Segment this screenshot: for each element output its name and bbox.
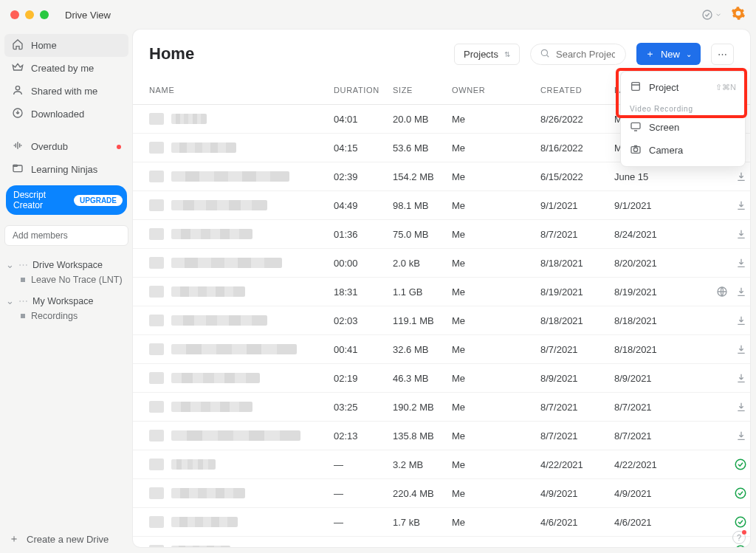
cell-size: 220.4 MB — [393, 488, 452, 499]
dropdown-item-project[interactable]: Project ⇧⌘N — [621, 76, 745, 99]
download-icon[interactable] — [735, 171, 747, 182]
table-row[interactable]: 01:36 75.0 MB Me 8/7/2021 8/24/2021 — [133, 220, 750, 249]
cell-last-opened: 9/1/2021 — [614, 200, 695, 211]
table-row[interactable]: 02:19 46.3 MB Me 8/9/2021 8/9/2021 — [133, 364, 750, 393]
cell-duration: 18:31 — [334, 286, 393, 298]
row-actions — [695, 286, 747, 298]
projects-filter-button[interactable]: Projects ⇅ — [454, 44, 520, 65]
row-actions — [695, 401, 747, 413]
cell-name — [149, 401, 334, 413]
zoom-window-button[interactable] — [40, 10, 49, 19]
download-icon[interactable] — [735, 372, 747, 384]
add-members-button[interactable]: Add members — [4, 225, 128, 246]
download-icon[interactable] — [735, 228, 747, 240]
row-actions — [695, 257, 747, 269]
cell-duration: — — [334, 459, 393, 470]
sidebar-item-learning-ninjas[interactable]: Learning Ninjas — [4, 158, 128, 181]
upgrade-pill[interactable]: UPGRADE — [74, 195, 123, 206]
table-row[interactable]: 18:31 1.1 GB Me 8/19/2021 8/19/2021 — [133, 278, 750, 306]
table-row[interactable]: — 3.2 MB Me 4/22/2021 4/22/2021 — [133, 450, 750, 479]
sidebar: Home Created by me Shared with me Downlo… — [0, 30, 133, 553]
window-controls — [10, 10, 49, 19]
cell-duration: 04:01 — [334, 114, 393, 125]
download-icon[interactable] — [735, 401, 747, 413]
svg-rect-11 — [632, 83, 640, 91]
window-titlebar: Drive View — [0, 0, 756, 30]
minimize-window-button[interactable] — [25, 10, 34, 19]
workspace-my-workspace[interactable]: ⌄ ⋯ My Workspace — [4, 292, 128, 309]
cell-owner: Me — [452, 459, 540, 470]
download-icon[interactable] — [735, 315, 747, 326]
table-row[interactable]: 00:41 32.6 MB Me 8/7/2021 8/18/2021 — [133, 335, 750, 364]
dropdown-item-screen[interactable]: Screen — [621, 116, 745, 139]
cell-owner: Me — [452, 344, 540, 355]
project-thumb — [149, 545, 164, 547]
cell-name — [149, 458, 334, 470]
col-created[interactable]: Created — [540, 86, 614, 95]
col-name[interactable]: Name — [149, 86, 334, 95]
project-name-redacted — [171, 171, 289, 182]
cell-last-opened: 8/7/2021 — [614, 402, 695, 413]
row-actions — [695, 515, 747, 529]
cell-created: 8/26/2022 — [540, 114, 614, 125]
table-row[interactable]: — 199.4 kB Me 12/30/2020 12/30/2020 — [133, 537, 750, 547]
row-actions — [695, 343, 747, 355]
sidebar-item-overdub[interactable]: Overdub — [4, 135, 128, 158]
help-button[interactable]: ? — [732, 531, 746, 544]
close-window-button[interactable] — [10, 10, 19, 19]
row-actions — [695, 228, 747, 240]
download-icon[interactable] — [735, 286, 747, 298]
cell-last-opened: 8/9/2021 — [614, 373, 695, 384]
project-name-redacted — [171, 114, 207, 124]
check-icon — [734, 544, 747, 547]
search-input[interactable] — [554, 48, 616, 61]
table-row[interactable]: — 220.4 MB Me 4/9/2021 4/9/2021 — [133, 479, 750, 508]
download-icon[interactable] — [735, 199, 747, 211]
dropdown-project-label: Project — [649, 82, 678, 93]
col-size[interactable]: Size — [393, 86, 452, 95]
workspace-child[interactable]: Leave No Trace (LNT) — [4, 275, 128, 285]
table-row[interactable]: 02:13 135.8 MB Me 8/7/2021 8/7/2021 — [133, 422, 750, 450]
new-button[interactable]: ＋ New ⌄ — [636, 43, 701, 65]
project-thumb — [149, 487, 164, 499]
download-icon[interactable] — [735, 257, 747, 269]
dropdown-item-label: Camera — [649, 145, 683, 156]
page-title: Home — [149, 44, 444, 63]
sidebar-item-label: Learning Ninjas — [31, 164, 97, 175]
project-name-redacted — [171, 344, 297, 354]
row-actions — [695, 430, 747, 442]
table-row[interactable]: 02:03 119.1 MB Me 8/18/2021 8/18/2021 — [133, 306, 750, 335]
sync-status-icon[interactable] — [701, 9, 722, 21]
dropdown-item-camera[interactable]: Camera — [621, 139, 745, 162]
sidebar-item-label: Overdub — [31, 141, 68, 152]
workspace-child[interactable]: Recordings — [4, 311, 128, 321]
download-icon[interactable] — [735, 430, 747, 442]
project-name-redacted — [171, 546, 230, 547]
table-row[interactable]: — 1.7 kB Me 4/6/2021 4/6/2021 — [133, 508, 750, 537]
cell-created: 8/9/2021 — [540, 373, 614, 384]
settings-gear-icon[interactable] — [731, 6, 746, 24]
col-owner[interactable]: Owner — [452, 86, 540, 95]
creator-upgrade-badge[interactable]: Descript Creator UPGRADE — [6, 185, 127, 215]
download-icon — [12, 107, 24, 121]
workspace-drive-workspace[interactable]: ⌄ ⋯ Drive Workspace — [4, 256, 128, 273]
sidebar-item-shared-with-me[interactable]: Shared with me — [4, 80, 128, 103]
more-menu-button[interactable]: ⋯ — [711, 44, 734, 65]
globe-icon[interactable] — [716, 286, 728, 298]
project-thumb — [149, 343, 164, 355]
col-duration[interactable]: Duration — [334, 86, 393, 95]
create-drive-button[interactable]: ＋ Create a new Drive — [9, 532, 109, 546]
download-icon[interactable] — [735, 343, 747, 355]
row-actions — [695, 372, 747, 384]
search-projects[interactable] — [530, 44, 626, 65]
project-thumb — [149, 142, 164, 154]
cell-duration: 02:13 — [334, 430, 393, 442]
cell-owner: Me — [452, 430, 540, 442]
row-actions — [695, 544, 747, 547]
table-row[interactable]: 04:49 98.1 MB Me 9/1/2021 9/1/2021 — [133, 191, 750, 220]
table-row[interactable]: 00:00 2.0 kB Me 8/18/2021 8/20/2021 — [133, 249, 750, 278]
sidebar-item-home[interactable]: Home — [4, 34, 128, 57]
table-row[interactable]: 03:25 190.2 MB Me 8/7/2021 8/7/2021 — [133, 393, 750, 422]
sidebar-item-created-by-me[interactable]: Created by me — [4, 57, 128, 80]
sidebar-item-downloaded[interactable]: Downloaded — [4, 103, 128, 126]
